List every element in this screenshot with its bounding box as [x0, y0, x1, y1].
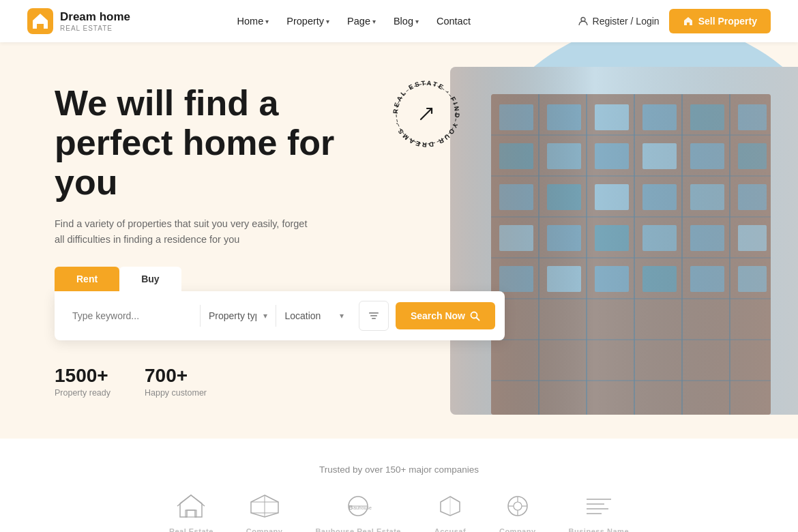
company1-logo-icon [248, 492, 281, 524]
hero-stats: 1500+ Property ready 700+ Happy customer [55, 365, 389, 398]
svg-rect-8 [372, 318, 376, 319]
search-icon [470, 311, 480, 321]
company2-logo-icon [501, 492, 534, 524]
bauhouse-logo-name: Bauhouse Real Estate [315, 527, 401, 532]
sell-property-button[interactable]: Sell Property [669, 9, 771, 33]
stat-customer: 700+ Happy customer [145, 365, 207, 398]
home-sell-icon [683, 16, 694, 27]
filter-icon [367, 309, 381, 323]
real-estate-logo-name: Real Estate [169, 527, 213, 532]
trusted-logo-bauhouse: B auhouse Bauhouse Real Estate [315, 492, 401, 532]
property-type-select[interactable]: Property type House Apartment Villa Offi… [201, 305, 276, 327]
hero-section: REAL ESTATE · FIND YOUR DREAMS · We will… [0, 42, 798, 439]
search-tabs: Rent Buy [55, 267, 389, 291]
nav-right: Register / Login Sell Property [578, 9, 771, 33]
keyword-input[interactable] [64, 305, 201, 327]
nav-property[interactable]: Property ▾ [280, 12, 336, 31]
trusted-logo-company1: Company [246, 492, 283, 532]
stat-customer-label: Happy customer [145, 388, 207, 398]
building-image [450, 67, 798, 415]
svg-text:auhouse: auhouse [353, 505, 372, 510]
hero-title: We will find a perfect home for you [55, 83, 389, 203]
hero-content: We will find a perfect home for you Find… [0, 42, 389, 439]
trusted-logo-real-estate: Real Estate [169, 492, 213, 532]
building-svg [450, 67, 798, 415]
svg-rect-6 [369, 312, 379, 314]
company2-logo-name: Company [499, 527, 536, 532]
trusted-logo-business: Business Name [569, 492, 629, 532]
svg-line-10 [477, 317, 479, 320]
nav-links: Home ▾ Property ▾ Page ▾ Blog ▾ Contact [231, 12, 477, 31]
user-icon [578, 16, 589, 27]
logo-icon [27, 8, 53, 34]
accusaf-logo-icon [434, 492, 467, 524]
business-logo-name: Business Name [569, 527, 629, 532]
trusted-title: Trusted by over 150+ major companies [319, 464, 479, 475]
location-select[interactable]: Location New York Los Angeles Chicago [276, 305, 351, 327]
nav-blog[interactable]: Blog ▾ [387, 12, 426, 31]
stat-property-label: Property ready [55, 388, 110, 398]
search-box: Property type House Apartment Villa Offi… [55, 291, 505, 340]
svg-rect-56 [450, 67, 798, 415]
stat-property: 1500+ Property ready [55, 365, 110, 398]
nav-page[interactable]: Page ▾ [340, 12, 383, 31]
svg-line-5 [421, 108, 432, 119]
trusted-logos: Real Estate Company B auhouse [55, 492, 743, 532]
trusted-logo-company2: Company [499, 492, 536, 532]
location-select-wrapper: Location New York Los Angeles Chicago [276, 305, 351, 327]
hero-description: Find a variety of properties that suit y… [55, 216, 314, 248]
svg-rect-7 [370, 315, 377, 316]
brand-subtitle: Real Estate [60, 25, 130, 32]
svg-point-69 [514, 502, 522, 510]
circular-badge: REAL ESTATE · FIND YOUR DREAMS · [389, 76, 464, 151]
business-logo-icon [582, 492, 615, 524]
filter-icon-button[interactable] [359, 301, 389, 331]
search-now-button[interactable]: Search Now [396, 302, 495, 329]
company1-logo-name: Company [246, 527, 283, 532]
svg-text:B: B [349, 504, 353, 511]
real-estate-logo-icon [175, 492, 207, 524]
brand-title: Dream home [60, 10, 130, 24]
accusaf-logo-name: Accusaf [434, 527, 466, 532]
logo[interactable]: Dream home Real Estate [27, 8, 130, 34]
svg-rect-1 [38, 24, 42, 29]
tab-buy[interactable]: Buy [119, 267, 181, 291]
tab-rent[interactable]: Rent [55, 267, 119, 291]
register-login-link[interactable]: Register / Login [578, 16, 660, 27]
property-type-select-wrapper: Property type House Apartment Villa Offi… [201, 305, 276, 327]
trusted-logo-accusaf: Accusaf [434, 492, 467, 532]
trusted-section: Trusted by over 150+ major companies Rea… [0, 439, 798, 532]
stat-property-value: 1500+ [55, 365, 110, 387]
nav-contact[interactable]: Contact [430, 12, 477, 31]
navbar: Dream home Real Estate Home ▾ Property ▾… [0, 0, 798, 42]
nav-home[interactable]: Home ▾ [231, 12, 276, 31]
bauhouse-logo-icon: B auhouse [342, 492, 374, 524]
stat-customer-value: 700+ [145, 365, 207, 387]
